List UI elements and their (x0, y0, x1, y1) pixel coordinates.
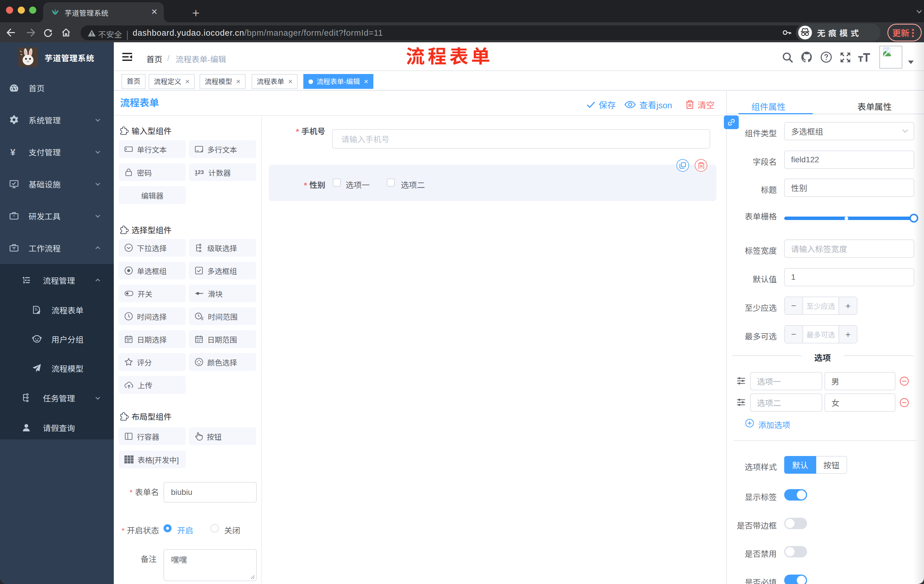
svg-text:¥: ¥ (10, 147, 15, 157)
svg-text:123: 123 (195, 169, 204, 175)
